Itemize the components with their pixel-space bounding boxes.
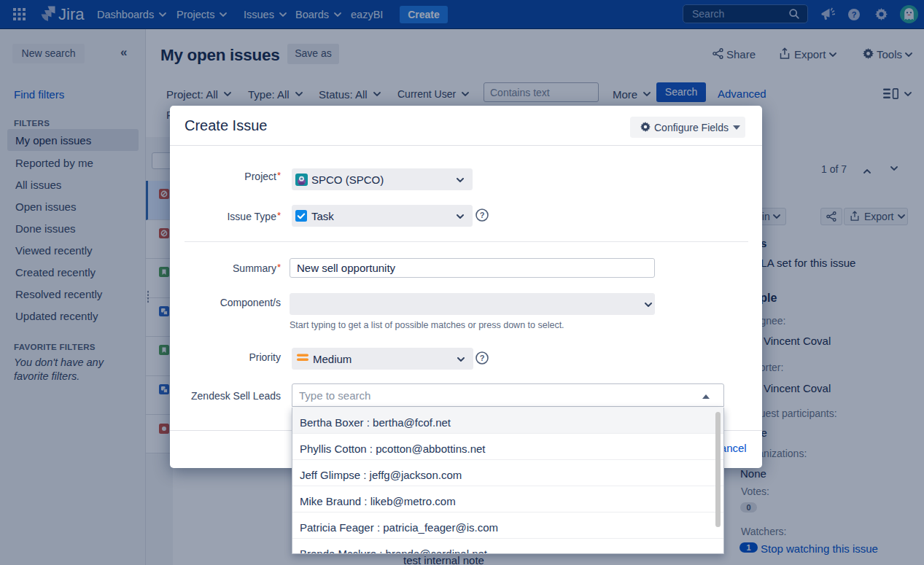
svg-text:?: ? — [480, 354, 485, 362]
svg-text:?: ? — [480, 211, 485, 219]
